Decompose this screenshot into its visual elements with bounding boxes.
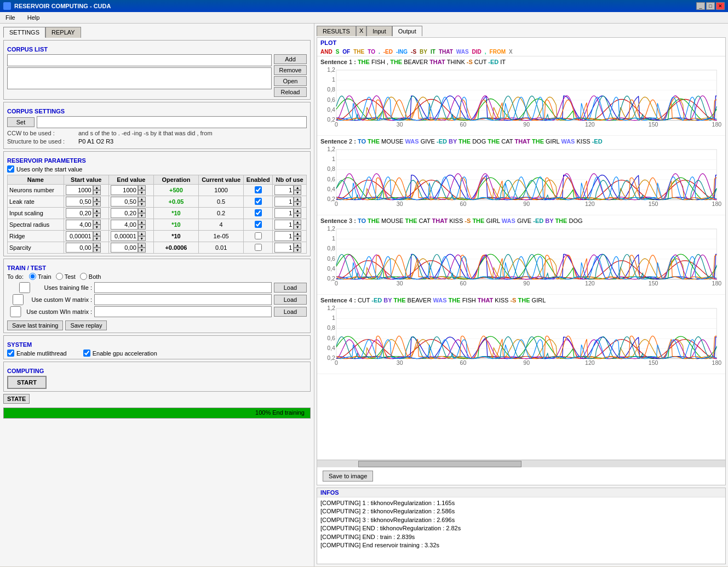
tab-output[interactable]: Output [392, 26, 422, 36]
enabled-checkbox[interactable] [255, 244, 262, 251]
spin-down[interactable]: ▼ [138, 248, 146, 253]
start-value-input[interactable] [66, 185, 93, 195]
add-button[interactable]: Add [274, 54, 307, 64]
legend-item[interactable]: -ED [383, 49, 393, 55]
end-value-input[interactable] [111, 220, 138, 230]
training-file-check[interactable]: Uses training file : [7, 282, 92, 293]
spin-down[interactable]: ▼ [138, 202, 146, 207]
custom-win-check[interactable]: Use custom WIn matrix : [7, 306, 92, 317]
spin-down[interactable]: ▼ [138, 190, 146, 195]
radio-test[interactable]: Test [56, 273, 76, 280]
training-file-input[interactable] [94, 282, 272, 293]
nb-input[interactable] [274, 243, 294, 253]
legend-item[interactable]: AND [320, 49, 333, 55]
custom-w-check[interactable]: Use custom W matrix : [7, 294, 92, 305]
spin-up[interactable]: ▲ [93, 220, 101, 225]
corpus-path-input[interactable]: D:/neuron-computing-cuda/dist/data/input… [7, 54, 272, 66]
tab-results[interactable]: RESULTS [317, 26, 356, 36]
open-button[interactable]: Open [274, 76, 307, 86]
nb-input[interactable] [274, 208, 294, 218]
spin-down[interactable]: ▼ [294, 248, 301, 253]
title-bar-controls[interactable]: _ □ ✕ [696, 2, 725, 10]
custom-w-input[interactable] [94, 294, 272, 305]
nb-input[interactable] [274, 197, 294, 207]
start-value-input[interactable] [66, 197, 93, 207]
spin-down[interactable]: ▼ [138, 225, 146, 230]
save-replay-button[interactable]: Save replay [65, 320, 107, 330]
enabled-checkbox[interactable] [255, 209, 262, 216]
load-win-btn[interactable]: Load [274, 307, 307, 317]
save-to-image-button[interactable]: Save to image [323, 471, 373, 482]
tab-input[interactable]: Input [366, 26, 392, 36]
legend-item[interactable]: BY [420, 49, 427, 55]
enable-gpu-check[interactable]: Enable gpu acceleration [83, 350, 157, 357]
legend-item[interactable]: , [485, 49, 486, 55]
legend-item[interactable]: X [509, 49, 513, 55]
start-button[interactable]: START [7, 376, 47, 389]
spin-down[interactable]: ▼ [93, 213, 101, 218]
spin-down[interactable]: ▼ [93, 202, 101, 207]
legend-item[interactable]: THAT [439, 49, 453, 55]
legend-item[interactable]: -S [411, 49, 416, 55]
enable-multithread-check[interactable]: Enable mutlithread [7, 350, 67, 357]
menu-help[interactable]: Help [24, 13, 43, 22]
spin-up[interactable]: ▲ [93, 185, 101, 190]
spin-up[interactable]: ▲ [138, 208, 146, 213]
end-value-input[interactable] [111, 208, 138, 218]
spin-down[interactable]: ▼ [294, 190, 301, 195]
radio-train[interactable]: Train [29, 273, 51, 280]
load-w-btn[interactable]: Load [274, 295, 307, 305]
legend-item[interactable]: THE [353, 49, 364, 55]
tab-settings[interactable]: SETTINGS [3, 27, 45, 38]
load-training-btn[interactable]: Load [274, 283, 307, 293]
enabled-checkbox[interactable] [255, 186, 262, 193]
legend-item[interactable]: IT [431, 49, 435, 55]
spin-up[interactable]: ▲ [93, 197, 101, 202]
spin-down[interactable]: ▼ [294, 225, 301, 230]
spin-down[interactable]: ▼ [138, 236, 146, 241]
spin-up[interactable]: ▲ [294, 243, 301, 248]
spin-down[interactable]: ▼ [93, 236, 101, 241]
start-value-input[interactable] [66, 231, 93, 241]
spin-up[interactable]: ▲ [93, 208, 101, 213]
menu-file[interactable]: File [2, 13, 19, 22]
spin-up[interactable]: ▲ [294, 220, 301, 225]
spin-up[interactable]: ▲ [294, 185, 301, 190]
spin-up[interactable]: ▲ [93, 243, 101, 248]
end-value-input[interactable] [111, 197, 138, 207]
spin-up[interactable]: ▲ [138, 197, 146, 202]
reload-button[interactable]: Reload [274, 87, 307, 97]
horizontal-scrollbar[interactable] [317, 460, 725, 467]
spin-up[interactable]: ▲ [93, 231, 101, 236]
start-value-input[interactable] [66, 243, 93, 253]
spin-up[interactable]: ▲ [138, 220, 146, 225]
settings-path-input[interactable]: D:/neuron-computing-cuda/dist/data/input… [37, 116, 307, 128]
remove-button[interactable]: Remove [274, 65, 307, 75]
use-start-value-check[interactable]: Uses only the start value [7, 165, 307, 173]
use-start-value-checkbox[interactable] [7, 165, 14, 173]
enabled-checkbox[interactable] [255, 221, 262, 228]
set-button[interactable]: Set [7, 117, 35, 127]
enabled-checkbox[interactable] [255, 232, 262, 239]
spin-down[interactable]: ▼ [294, 213, 301, 218]
legend-item[interactable]: WAS [456, 49, 469, 55]
tab-replay[interactable]: REPLAY [45, 27, 81, 38]
tab-x-close[interactable]: X [356, 26, 366, 36]
spin-down[interactable]: ▼ [294, 202, 301, 207]
spin-up[interactable]: ▲ [138, 231, 146, 236]
minimize-button[interactable]: _ [696, 2, 705, 10]
end-value-input[interactable] [111, 185, 138, 195]
start-value-input[interactable] [66, 208, 93, 218]
spin-up[interactable]: ▲ [294, 231, 301, 236]
end-value-input[interactable] [111, 231, 138, 241]
start-value-input[interactable] [66, 220, 93, 230]
custom-win-input[interactable] [94, 306, 272, 317]
nb-input[interactable] [274, 220, 294, 230]
spin-up[interactable]: ▲ [138, 185, 146, 190]
legend-item[interactable]: DID [472, 49, 481, 55]
spin-down[interactable]: ▼ [138, 213, 146, 218]
spin-down[interactable]: ▼ [93, 225, 101, 230]
spin-up[interactable]: ▲ [294, 208, 301, 213]
spin-down[interactable]: ▼ [294, 236, 301, 241]
end-value-input[interactable] [111, 243, 138, 253]
